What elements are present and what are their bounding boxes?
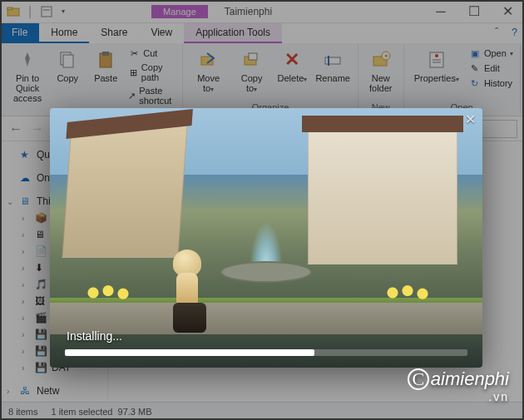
installer-window: ✕ Installing... <box>50 108 482 368</box>
progress-fill <box>65 349 314 356</box>
watermark-badge: C <box>408 368 429 390</box>
watermark: Caimienphi .vn <box>408 368 509 403</box>
progress-bar <box>65 349 467 356</box>
watermark-domain: .vn <box>408 390 509 403</box>
installer-status-text: Installing... <box>67 329 122 343</box>
watermark-brand: aimienphi <box>431 368 509 389</box>
installer-close-button[interactable]: ✕ <box>465 111 476 127</box>
